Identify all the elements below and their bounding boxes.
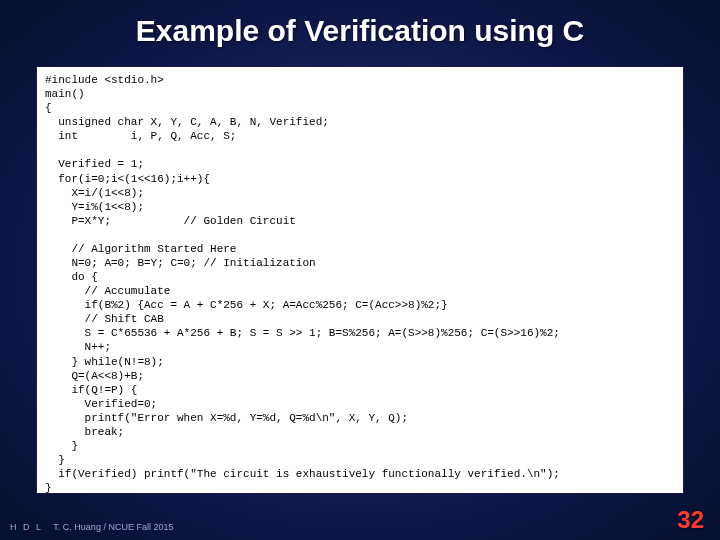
- footer-credit: T. C. Huang / NCUE Fall 2015: [53, 522, 173, 532]
- footer-hdl-label: H D L: [10, 522, 43, 532]
- slide-title: Example of Verification using C: [0, 0, 720, 48]
- page-number: 32: [677, 506, 704, 534]
- code-container: #include <stdio.h> main() { unsigned cha…: [36, 66, 684, 494]
- footer-left: H D L T. C. Huang / NCUE Fall 2015: [10, 522, 173, 532]
- code-block: #include <stdio.h> main() { unsigned cha…: [45, 73, 675, 494]
